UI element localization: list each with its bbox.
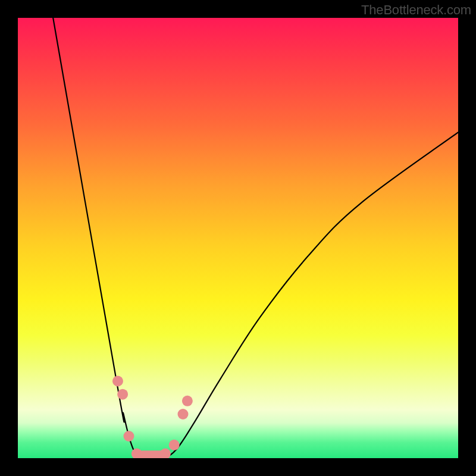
chart-plot-area [18,18,458,458]
curve-marker [169,440,180,450]
chart-frame: TheBottleneck.com [0,0,476,476]
bottleneck-curve [53,18,458,458]
attribution-label: TheBottleneck.com [361,2,471,18]
curve-marker [112,376,123,387]
chart-svg [18,18,458,458]
curve-bottom-pill [137,450,168,458]
curve-marker [182,396,193,406]
curve-marker [117,389,128,400]
curve-marker [178,409,189,419]
curve-marker [123,431,134,441]
